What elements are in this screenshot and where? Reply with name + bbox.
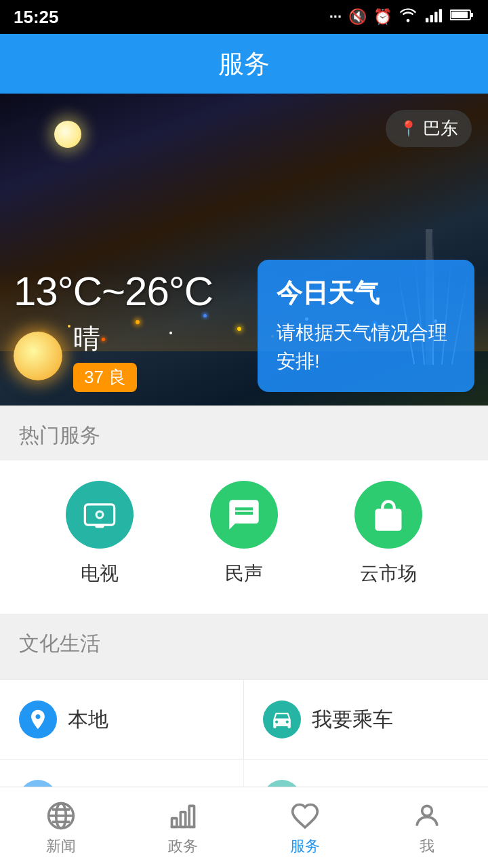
- weather-condition: 晴: [73, 320, 137, 357]
- nav-label-gov: 政务: [168, 836, 198, 856]
- car-icon: [270, 708, 293, 731]
- nav-item-service[interactable]: 服务: [244, 800, 366, 856]
- service-item-market[interactable]: 云市场: [354, 481, 422, 587]
- service-label-market: 云市场: [360, 561, 417, 587]
- app-header: 服务: [0, 34, 488, 94]
- mute-icon: 🔇: [348, 8, 367, 26]
- signal-dots-icon: ···: [329, 8, 342, 26]
- chat-icon: [226, 497, 262, 532]
- culture-label-local: 本地: [68, 706, 108, 734]
- nav-label-service: 服务: [290, 836, 320, 856]
- svg-point-9: [97, 513, 102, 517]
- wifi-icon: [399, 7, 418, 26]
- status-icons: ··· 🔇 ⏰: [329, 7, 474, 26]
- hot-services-panel: 电视 民声 云市场: [0, 460, 488, 614]
- nav-label-me: 我: [420, 836, 434, 856]
- aqi-badge: 37 良: [73, 363, 137, 392]
- status-bar: 15:25 ··· 🔇 ⏰: [0, 0, 488, 34]
- service-label-minsheng: 民声: [225, 561, 263, 587]
- weather-info: 晴 37 良: [14, 320, 213, 392]
- time: 15:25: [14, 7, 59, 28]
- svg-rect-10: [95, 525, 104, 528]
- svg-rect-3: [439, 9, 442, 22]
- svg-rect-0: [426, 18, 428, 22]
- heart-icon: [289, 800, 321, 832]
- service-item-tv[interactable]: 电视: [66, 481, 134, 587]
- location-pin-icon: 📍: [399, 120, 418, 138]
- minsheng-icon-circle: [210, 481, 278, 549]
- svg-rect-6: [451, 12, 468, 18]
- user-icon: [411, 800, 443, 832]
- svg-rect-15: [180, 812, 185, 827]
- weather-background: 📍 巴东 13°C~26°C 晴 37 良 今日天气 请根据天气情况合理安排!: [0, 94, 488, 406]
- today-weather-desc: 请根据天气情况合理安排!: [277, 319, 455, 376]
- nav-item-news[interactable]: 新闻: [0, 800, 122, 856]
- today-weather-title: 今日天气: [277, 276, 455, 311]
- svg-rect-1: [430, 15, 433, 22]
- culture-item-local[interactable]: 本地: [0, 680, 244, 760]
- battery-icon: [450, 7, 474, 26]
- svg-point-18: [422, 806, 432, 816]
- nav-label-news: 新闻: [46, 836, 76, 856]
- bus-icon-circle: [263, 701, 301, 738]
- culture-item-bus[interactable]: 我要乘车: [244, 680, 488, 760]
- culture-section-header: 文化生活: [0, 614, 488, 669]
- services-grid: 电视 民声 云市场: [0, 481, 488, 587]
- person-pin-icon: [26, 708, 49, 731]
- svg-rect-2: [434, 12, 437, 22]
- today-weather-box: 今日天气 请根据天气情况合理安排!: [258, 260, 474, 392]
- bar-chart-icon: [167, 800, 199, 832]
- service-label-tv: 电视: [81, 561, 119, 587]
- header-title: 服务: [218, 47, 270, 81]
- alarm-icon: ⏰: [373, 8, 392, 26]
- signal-icon: [424, 7, 443, 26]
- svg-rect-5: [470, 13, 473, 17]
- temp-range: 13°C~26°C: [14, 268, 213, 315]
- location-badge[interactable]: 📍 巴东: [386, 110, 472, 147]
- temperature-box: 13°C~26°C 晴 37 良: [14, 268, 213, 392]
- bottom-nav: 新闻 政务 服务 我: [0, 787, 488, 868]
- svg-rect-16: [189, 806, 194, 827]
- tv-icon-circle: [66, 481, 134, 549]
- location-name: 巴东: [423, 117, 458, 140]
- svg-rect-14: [172, 818, 177, 827]
- service-item-minsheng[interactable]: 民声: [210, 481, 278, 587]
- moon-decoration: [54, 121, 81, 148]
- nav-item-me[interactable]: 我: [366, 800, 488, 856]
- local-icon-circle: [19, 701, 57, 738]
- market-icon: [371, 497, 406, 532]
- sun-icon: [14, 332, 62, 380]
- market-icon-circle: [354, 481, 422, 549]
- culture-label-bus: 我要乘车: [312, 706, 393, 734]
- nav-item-gov[interactable]: 政务: [122, 800, 244, 856]
- hot-services-section-header: 热门服务: [0, 406, 488, 460]
- globe-icon: [45, 800, 77, 832]
- weather-section: 📍 巴东 13°C~26°C 晴 37 良 今日天气 请根据天气情况合理安排!: [0, 94, 488, 406]
- tv-icon: [82, 497, 117, 532]
